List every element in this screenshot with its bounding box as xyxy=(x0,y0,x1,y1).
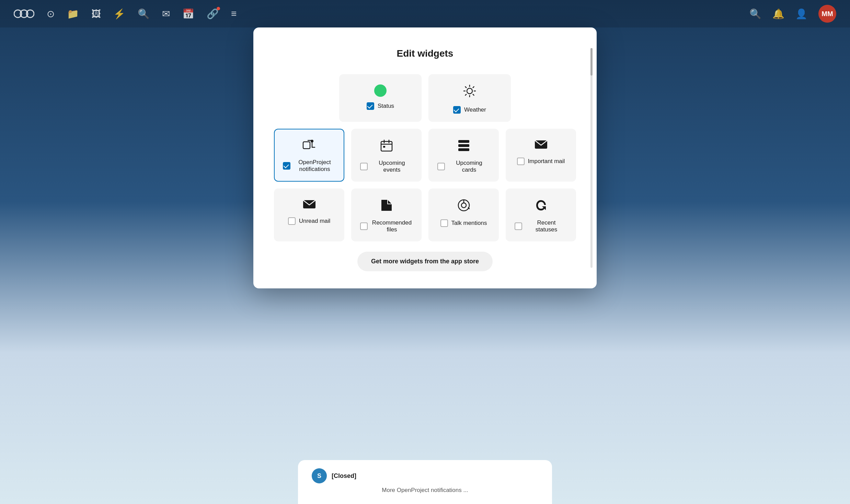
modal-title: Edit widgets xyxy=(274,48,576,59)
important-mail-icon xyxy=(534,139,548,152)
weather-label-row: Weather xyxy=(453,106,486,114)
recent-statuses-checkbox[interactable] xyxy=(515,222,522,230)
recent-statuses-label-row: Recent statuses xyxy=(515,219,567,233)
recent-statuses-label: Recent statuses xyxy=(526,219,567,233)
recommended-files-checkbox[interactable] xyxy=(360,222,368,230)
svg-line-10 xyxy=(473,87,474,88)
widget-openproject[interactable]: OpenProject notifications xyxy=(274,129,344,182)
widget-row-3: Unread mail Recommended files xyxy=(274,188,576,241)
talk-mentions-label: Talk mentions xyxy=(451,220,487,227)
upcoming-cards-label: Upcoming cards xyxy=(448,160,490,173)
svg-line-9 xyxy=(473,94,474,95)
widget-recent-statuses[interactable]: Recent statuses xyxy=(506,188,576,241)
svg-point-3 xyxy=(467,88,472,94)
upcoming-cards-label-row: Upcoming cards xyxy=(437,160,490,173)
upcoming-cards-icon xyxy=(457,139,470,154)
svg-rect-18 xyxy=(383,146,385,148)
recommended-files-icon xyxy=(380,199,393,214)
green-dot-icon xyxy=(374,84,387,97)
talk-mentions-label-row: Talk mentions xyxy=(440,219,487,227)
status-label-row: Status xyxy=(367,102,394,110)
widget-unread-mail[interactable]: Unread mail xyxy=(274,188,344,241)
widget-important-mail[interactable]: Important mail xyxy=(506,129,576,182)
widget-weather[interactable]: Weather xyxy=(428,74,511,122)
svg-rect-12 xyxy=(303,142,310,149)
important-mail-label: Important mail xyxy=(528,158,565,165)
widget-upcoming-cards[interactable]: Upcoming cards xyxy=(428,129,499,182)
upcoming-cards-checkbox[interactable] xyxy=(437,163,445,170)
recent-statuses-icon xyxy=(535,199,547,214)
important-mail-label-row: Important mail xyxy=(517,158,565,165)
widget-row-1: Status xyxy=(274,74,576,122)
upcoming-events-checkbox[interactable] xyxy=(360,163,368,170)
openproject-label-row: OpenProject notifications xyxy=(283,159,335,173)
unread-mail-checkbox[interactable] xyxy=(288,217,296,225)
unread-mail-label-row: Unread mail xyxy=(288,217,331,225)
svg-rect-21 xyxy=(458,148,469,151)
upcoming-events-icon xyxy=(380,139,393,154)
widget-recommended-files[interactable]: Recommended files xyxy=(351,188,422,241)
weather-label: Weather xyxy=(464,106,486,113)
important-mail-checkbox[interactable] xyxy=(517,158,525,165)
widget-talk-mentions[interactable]: Talk mentions xyxy=(428,188,499,241)
status-label: Status xyxy=(378,103,394,110)
openproject-icon xyxy=(302,139,316,153)
talk-mentions-icon xyxy=(457,199,470,214)
talk-mentions-checkbox[interactable] xyxy=(440,219,448,227)
openproject-label: OpenProject notifications xyxy=(294,159,335,173)
widget-status[interactable]: Status xyxy=(339,74,422,122)
upcoming-events-label: Upcoming events xyxy=(371,160,413,173)
widget-upcoming-events[interactable]: Upcoming events xyxy=(351,129,422,182)
unread-mail-label: Unread mail xyxy=(299,218,331,225)
svg-rect-14 xyxy=(381,141,392,151)
svg-line-11 xyxy=(466,94,467,95)
modal-scrollbar[interactable] xyxy=(590,48,593,268)
status-icon xyxy=(374,84,387,97)
svg-rect-20 xyxy=(458,144,469,147)
weather-sun-icon xyxy=(463,84,476,101)
modal-overlay: Edit widgets Status xyxy=(0,0,850,504)
unread-mail-icon xyxy=(302,199,316,212)
modal-scrollbar-thumb[interactable] xyxy=(590,48,593,76)
weather-checkbox[interactable] xyxy=(453,106,461,114)
widget-row-2: OpenProject notifications Upcoming xyxy=(274,129,576,182)
recommended-files-label: Recommended files xyxy=(371,219,413,233)
svg-line-8 xyxy=(466,87,467,88)
appstore-button[interactable]: Get more widgets from the app store xyxy=(357,252,493,271)
upcoming-events-label-row: Upcoming events xyxy=(360,160,413,173)
svg-rect-19 xyxy=(458,140,469,143)
status-checkbox[interactable] xyxy=(367,102,374,110)
edit-widgets-modal: Edit widgets Status xyxy=(253,27,597,288)
recommended-files-label-row: Recommended files xyxy=(360,219,413,233)
openproject-checkbox[interactable] xyxy=(283,162,290,170)
svg-point-13 xyxy=(311,140,313,142)
svg-point-25 xyxy=(461,203,466,208)
